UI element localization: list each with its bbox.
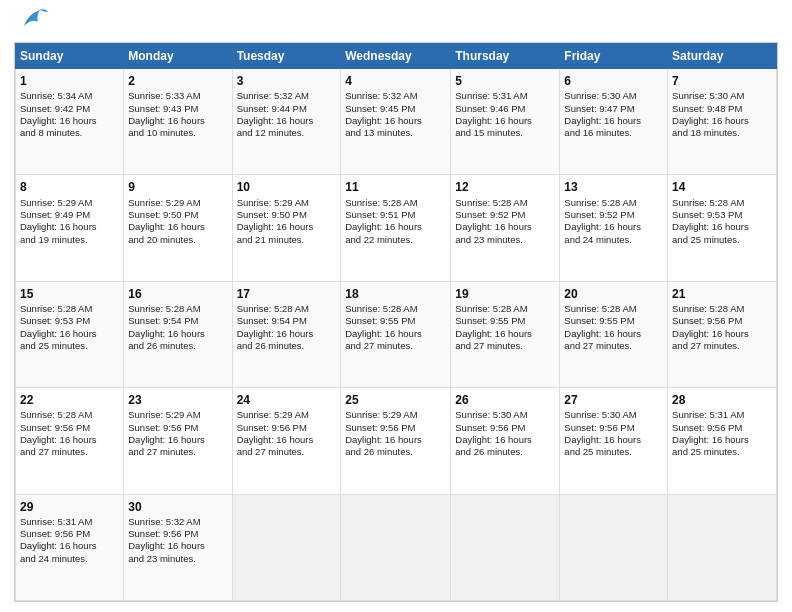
day-cell: 6Sunrise: 5:30 AM Sunset: 9:47 PM Daylig… <box>560 69 668 175</box>
day-info: Sunrise: 5:29 AM Sunset: 9:56 PM Dayligh… <box>128 409 227 458</box>
day-number: 27 <box>564 392 663 408</box>
day-cell: 25Sunrise: 5:29 AM Sunset: 9:56 PM Dayli… <box>341 388 451 494</box>
header-cell-saturday: Saturday <box>668 44 777 69</box>
day-number: 22 <box>20 392 119 408</box>
header-cell-thursday: Thursday <box>451 44 560 69</box>
day-info: Sunrise: 5:28 AM Sunset: 9:54 PM Dayligh… <box>237 303 337 352</box>
day-cell: 24Sunrise: 5:29 AM Sunset: 9:56 PM Dayli… <box>232 388 341 494</box>
week-row-1: 1Sunrise: 5:34 AM Sunset: 9:42 PM Daylig… <box>16 69 777 175</box>
day-cell: 1Sunrise: 5:34 AM Sunset: 9:42 PM Daylig… <box>16 69 124 175</box>
day-cell: 10Sunrise: 5:29 AM Sunset: 9:50 PM Dayli… <box>232 175 341 281</box>
week-row-4: 22Sunrise: 5:28 AM Sunset: 9:56 PM Dayli… <box>16 388 777 494</box>
day-cell: 23Sunrise: 5:29 AM Sunset: 9:56 PM Dayli… <box>124 388 232 494</box>
calendar-body: 1Sunrise: 5:34 AM Sunset: 9:42 PM Daylig… <box>16 69 777 601</box>
day-number: 23 <box>128 392 227 408</box>
day-cell: 3Sunrise: 5:32 AM Sunset: 9:44 PM Daylig… <box>232 69 341 175</box>
day-number: 14 <box>672 179 772 195</box>
day-info: Sunrise: 5:28 AM Sunset: 9:53 PM Dayligh… <box>20 303 119 352</box>
day-cell: 26Sunrise: 5:30 AM Sunset: 9:56 PM Dayli… <box>451 388 560 494</box>
day-number: 29 <box>20 499 119 515</box>
day-cell: 14Sunrise: 5:28 AM Sunset: 9:53 PM Dayli… <box>668 175 777 281</box>
day-number: 11 <box>345 179 446 195</box>
day-number: 6 <box>564 73 663 89</box>
header-cell-monday: Monday <box>124 44 232 69</box>
day-cell: 8Sunrise: 5:29 AM Sunset: 9:49 PM Daylig… <box>16 175 124 281</box>
day-cell: 17Sunrise: 5:28 AM Sunset: 9:54 PM Dayli… <box>232 281 341 387</box>
header <box>14 10 778 34</box>
day-info: Sunrise: 5:28 AM Sunset: 9:51 PM Dayligh… <box>345 197 446 246</box>
header-cell-friday: Friday <box>560 44 668 69</box>
calendar-table: SundayMondayTuesdayWednesdayThursdayFrid… <box>15 43 777 601</box>
day-number: 5 <box>455 73 555 89</box>
day-number: 13 <box>564 179 663 195</box>
day-number: 3 <box>237 73 337 89</box>
day-info: Sunrise: 5:29 AM Sunset: 9:49 PM Dayligh… <box>20 197 119 246</box>
day-number: 8 <box>20 179 119 195</box>
day-info: Sunrise: 5:32 AM Sunset: 9:44 PM Dayligh… <box>237 90 337 139</box>
day-info: Sunrise: 5:34 AM Sunset: 9:42 PM Dayligh… <box>20 90 119 139</box>
day-cell: 20Sunrise: 5:28 AM Sunset: 9:55 PM Dayli… <box>560 281 668 387</box>
day-cell: 11Sunrise: 5:28 AM Sunset: 9:51 PM Dayli… <box>341 175 451 281</box>
day-info: Sunrise: 5:28 AM Sunset: 9:52 PM Dayligh… <box>455 197 555 246</box>
day-cell <box>232 494 341 600</box>
day-cell: 27Sunrise: 5:30 AM Sunset: 9:56 PM Dayli… <box>560 388 668 494</box>
day-number: 12 <box>455 179 555 195</box>
day-info: Sunrise: 5:28 AM Sunset: 9:56 PM Dayligh… <box>672 303 772 352</box>
day-info: Sunrise: 5:28 AM Sunset: 9:56 PM Dayligh… <box>20 409 119 458</box>
day-info: Sunrise: 5:28 AM Sunset: 9:53 PM Dayligh… <box>672 197 772 246</box>
day-number: 18 <box>345 286 446 302</box>
logo-bird-icon <box>18 6 50 34</box>
day-info: Sunrise: 5:29 AM Sunset: 9:56 PM Dayligh… <box>345 409 446 458</box>
day-info: Sunrise: 5:28 AM Sunset: 9:52 PM Dayligh… <box>564 197 663 246</box>
week-row-2: 8Sunrise: 5:29 AM Sunset: 9:49 PM Daylig… <box>16 175 777 281</box>
day-info: Sunrise: 5:31 AM Sunset: 9:56 PM Dayligh… <box>672 409 772 458</box>
calendar: SundayMondayTuesdayWednesdayThursdayFrid… <box>14 42 778 602</box>
day-info: Sunrise: 5:30 AM Sunset: 9:56 PM Dayligh… <box>455 409 555 458</box>
day-cell <box>451 494 560 600</box>
day-cell <box>560 494 668 600</box>
day-number: 7 <box>672 73 772 89</box>
header-cell-wednesday: Wednesday <box>341 44 451 69</box>
day-info: Sunrise: 5:28 AM Sunset: 9:55 PM Dayligh… <box>455 303 555 352</box>
day-info: Sunrise: 5:32 AM Sunset: 9:45 PM Dayligh… <box>345 90 446 139</box>
day-cell: 15Sunrise: 5:28 AM Sunset: 9:53 PM Dayli… <box>16 281 124 387</box>
day-cell: 9Sunrise: 5:29 AM Sunset: 9:50 PM Daylig… <box>124 175 232 281</box>
day-cell: 5Sunrise: 5:31 AM Sunset: 9:46 PM Daylig… <box>451 69 560 175</box>
day-cell: 13Sunrise: 5:28 AM Sunset: 9:52 PM Dayli… <box>560 175 668 281</box>
day-number: 9 <box>128 179 227 195</box>
day-cell: 18Sunrise: 5:28 AM Sunset: 9:55 PM Dayli… <box>341 281 451 387</box>
day-cell: 2Sunrise: 5:33 AM Sunset: 9:43 PM Daylig… <box>124 69 232 175</box>
day-info: Sunrise: 5:29 AM Sunset: 9:50 PM Dayligh… <box>237 197 337 246</box>
day-cell <box>341 494 451 600</box>
day-number: 4 <box>345 73 446 89</box>
week-row-5: 29Sunrise: 5:31 AM Sunset: 9:56 PM Dayli… <box>16 494 777 600</box>
day-info: Sunrise: 5:29 AM Sunset: 9:50 PM Dayligh… <box>128 197 227 246</box>
week-row-3: 15Sunrise: 5:28 AM Sunset: 9:53 PM Dayli… <box>16 281 777 387</box>
day-number: 21 <box>672 286 772 302</box>
day-number: 20 <box>564 286 663 302</box>
header-row: SundayMondayTuesdayWednesdayThursdayFrid… <box>16 44 777 69</box>
day-number: 26 <box>455 392 555 408</box>
day-number: 17 <box>237 286 337 302</box>
day-info: Sunrise: 5:28 AM Sunset: 9:55 PM Dayligh… <box>345 303 446 352</box>
day-number: 2 <box>128 73 227 89</box>
day-info: Sunrise: 5:29 AM Sunset: 9:56 PM Dayligh… <box>237 409 337 458</box>
day-info: Sunrise: 5:31 AM Sunset: 9:56 PM Dayligh… <box>20 516 119 565</box>
day-number: 30 <box>128 499 227 515</box>
day-cell: 4Sunrise: 5:32 AM Sunset: 9:45 PM Daylig… <box>341 69 451 175</box>
day-info: Sunrise: 5:28 AM Sunset: 9:54 PM Dayligh… <box>128 303 227 352</box>
day-cell: 19Sunrise: 5:28 AM Sunset: 9:55 PM Dayli… <box>451 281 560 387</box>
day-number: 25 <box>345 392 446 408</box>
day-info: Sunrise: 5:30 AM Sunset: 9:48 PM Dayligh… <box>672 90 772 139</box>
day-cell: 12Sunrise: 5:28 AM Sunset: 9:52 PM Dayli… <box>451 175 560 281</box>
day-number: 28 <box>672 392 772 408</box>
day-cell: 30Sunrise: 5:32 AM Sunset: 9:56 PM Dayli… <box>124 494 232 600</box>
calendar-header: SundayMondayTuesdayWednesdayThursdayFrid… <box>16 44 777 69</box>
day-info: Sunrise: 5:32 AM Sunset: 9:56 PM Dayligh… <box>128 516 227 565</box>
page: SundayMondayTuesdayWednesdayThursdayFrid… <box>0 0 792 612</box>
day-number: 24 <box>237 392 337 408</box>
day-number: 15 <box>20 286 119 302</box>
day-info: Sunrise: 5:31 AM Sunset: 9:46 PM Dayligh… <box>455 90 555 139</box>
day-cell: 7Sunrise: 5:30 AM Sunset: 9:48 PM Daylig… <box>668 69 777 175</box>
day-info: Sunrise: 5:28 AM Sunset: 9:55 PM Dayligh… <box>564 303 663 352</box>
